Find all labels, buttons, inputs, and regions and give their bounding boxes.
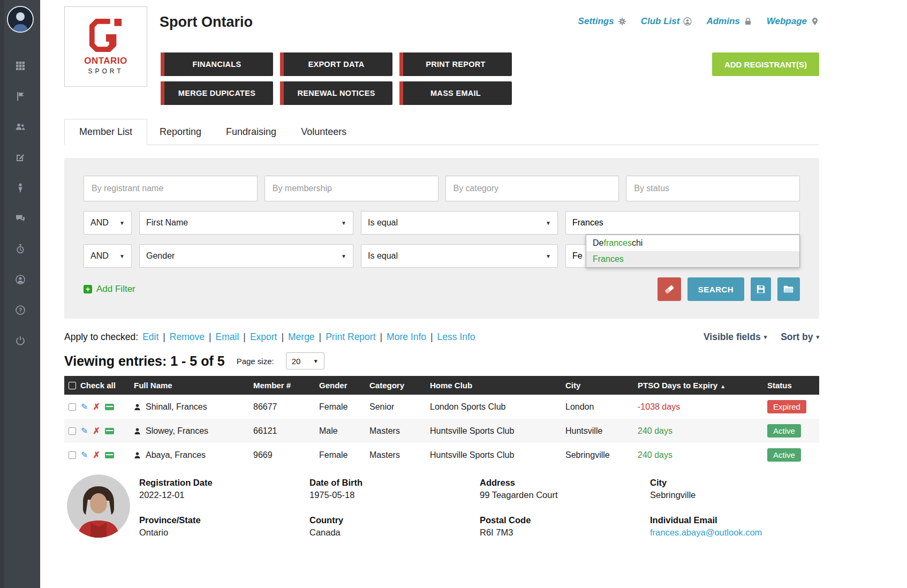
col-gender[interactable]: Gender [315,376,365,395]
gear-icon [618,17,626,26]
open-saved-button[interactable] [777,277,800,301]
logic-select-1[interactable]: AND ▼ [84,211,132,235]
renewal-notices-button[interactable]: RENEWAL NOTICES [280,81,392,105]
member-category: Senior [365,395,426,419]
col-home-club[interactable]: Home Club [426,376,561,395]
operator-select-2[interactable]: Is equal ▼ [361,244,558,268]
compose-icon[interactable] [15,152,26,163]
delete-row-icon[interactable]: ✗ [93,402,100,412]
merge-link[interactable]: Merge [288,331,315,343]
remove-link[interactable]: Remove [170,331,205,343]
admins-link[interactable]: Admins [706,16,752,27]
help-icon[interactable]: ? [15,305,26,315]
user-avatar[interactable] [7,6,34,33]
member-name: Abaya, Frances [146,450,206,460]
row-checkbox[interactable] [69,427,76,435]
table-row: ✎ ✗ Abaya, Frances 9669 Female Masters H… [64,443,819,467]
timer-icon[interactable] [15,244,26,254]
page-size-select[interactable]: 20 ▼ [286,352,324,370]
member-home-club: London Sports Club [426,395,561,419]
email-link[interactable]: Email [216,331,239,343]
edit-row-icon[interactable]: ✎ [81,450,88,460]
logic-select-2[interactable]: AND ▼ [84,244,132,268]
webpage-link[interactable]: Webpage [767,16,819,27]
filter-category-input[interactable] [445,176,619,201]
caret-down-icon: ▾ [816,334,819,341]
add-filter-button[interactable]: + Add Filter [84,284,135,295]
expiry-days: -1038 days [638,402,680,411]
add-registrants-button[interactable]: ADD REGISTRANT(S) [712,52,819,76]
filter-status-input[interactable] [626,176,800,201]
person-icon[interactable] [15,183,26,193]
membership-card-icon[interactable] [105,428,114,434]
app-root: ? ONTARIO SPORT Sport Ontario Se [0,0,907,588]
edit-row-icon[interactable]: ✎ [81,402,88,412]
flag-icon[interactable] [15,91,26,102]
export-data-button[interactable]: EXPORT DATA [280,52,392,76]
view-controls: Visible fields ▾ Sort by ▾ [704,331,819,343]
merge-duplicates-button[interactable]: MERGE DUPICATES [161,81,273,105]
membership-card-icon[interactable] [105,452,114,458]
less-info-link[interactable]: Less Info [437,331,475,343]
avatar-image [8,7,33,32]
col-full-name[interactable]: Full Name [130,376,249,395]
mass-email-button[interactable]: MASS EMAIL [399,81,512,105]
tab-volunteers[interactable]: Volunteers [289,119,359,145]
delete-row-icon[interactable]: ✗ [93,450,100,460]
membership-card-icon[interactable] [105,404,114,410]
delete-row-icon[interactable]: ✗ [93,426,100,436]
check-all-checkbox[interactable] [69,382,76,389]
sort-by-toggle[interactable]: Sort by ▾ [781,331,819,343]
group-icon[interactable] [15,122,26,132]
power-icon[interactable] [15,335,26,346]
col-category[interactable]: Category [365,376,426,395]
clear-filters-button[interactable] [657,277,681,301]
detail-field: Registration Date 2022-12-01 [139,478,309,500]
table-row: ✎ ✗ Shinall, Frances 86677 Female Senior… [64,395,819,419]
account-icon[interactable] [15,274,26,285]
search-button[interactable]: SEARCH [687,277,744,301]
tab-reporting[interactable]: Reporting [147,119,214,145]
separator: | [281,331,284,343]
col-status[interactable]: Status [763,376,819,395]
tab-fundraising[interactable]: Fundraising [214,119,289,145]
edit-row-icon[interactable]: ✎ [81,426,88,436]
row-checkbox[interactable] [69,451,76,459]
more-info-link[interactable]: More Info [387,331,426,343]
autocomplete-item[interactable]: Defranceschi [586,235,799,251]
financials-button[interactable]: FINANCIALS [161,52,273,76]
sort-asc-icon: ▲ [720,383,725,389]
export-link[interactable]: Export [250,331,277,343]
col-ptso-expiry[interactable]: PTSO Days to Expiry▲ [633,376,763,395]
visible-fields-toggle[interactable]: Visible fields ▾ [704,331,767,343]
col-member-no[interactable]: Member # [249,376,315,395]
print-report-button[interactable]: PRINT REPORT [399,52,512,76]
expiry-days: 240 days [638,426,672,435]
lock-icon [744,17,752,26]
club-list-link[interactable]: Club List [641,16,692,27]
save-icon [756,284,766,294]
field-select-1[interactable]: First Name ▼ [139,211,353,235]
print-report-link[interactable]: Print Report [326,331,375,343]
filter-registrant-name-input[interactable] [84,176,258,201]
page-size-value: 20 [292,357,301,366]
tab-member-list[interactable]: Member List [64,119,147,145]
ptso-header-label: PTSO Days to Expiry [638,381,717,390]
field-select-2[interactable]: Gender ▼ [139,244,353,268]
ac-match: Frances [593,254,624,263]
page-title: Sport Ontario [160,14,253,31]
settings-link[interactable]: Settings [578,16,626,27]
apps-grid-icon[interactable] [15,61,26,71]
detail-field: Individual Email frances.abaya@outlook.c… [650,515,762,538]
row-checkbox[interactable] [69,403,76,411]
save-search-button[interactable] [751,277,771,301]
filter-value-input-1[interactable] [565,211,800,235]
autocomplete-item[interactable]: Frances [586,251,799,267]
logo-text-ontario: ONTARIO [84,56,127,66]
member-email-link[interactable]: frances.abaya@outlook.com [650,527,762,538]
edit-link[interactable]: Edit [142,331,158,343]
chat-icon[interactable] [15,213,26,224]
operator-select-1[interactable]: Is equal ▼ [361,211,558,235]
col-city[interactable]: City [561,376,633,395]
filter-membership-input[interactable] [264,176,439,201]
